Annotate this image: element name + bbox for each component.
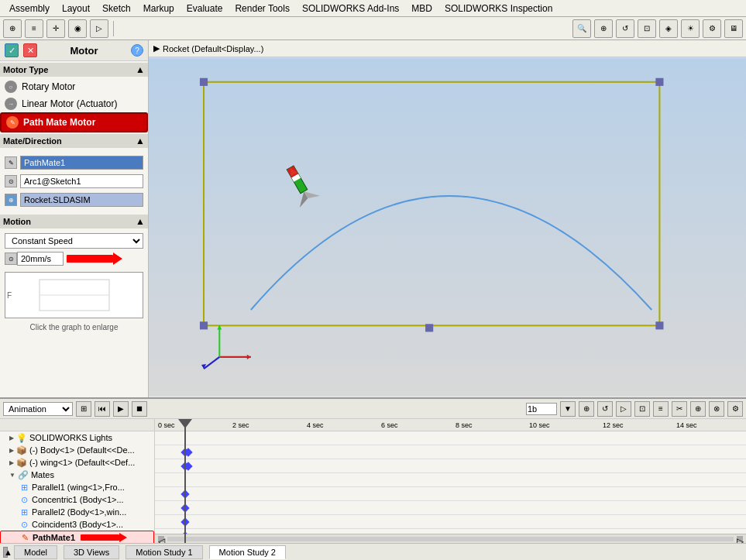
menu-markup[interactable]: Markup [137, 2, 180, 15]
tree-item-body1[interactable]: ▶ 📦 (-) Body<1> (Default<<De... [0, 444, 154, 456]
body1-icon: 📦 [16, 445, 27, 455]
tab-3dviews[interactable]: 3D Views [64, 545, 119, 559]
linear-motor-option[interactable]: → Linear Motor (Actuator) [0, 95, 148, 112]
mate-direction-collapse[interactable]: ▲ [136, 136, 145, 146]
anim-btn-r5[interactable]: ≡ [653, 401, 669, 417]
menu-sketch[interactable]: Sketch [96, 2, 137, 15]
toolbar-btn-1[interactable]: ⊕ [3, 19, 22, 38]
scroll-left[interactable]: ◁ [158, 536, 164, 542]
toolbar-settings[interactable]: ⚙ [703, 19, 721, 38]
coincident3-label: Coincident3 (Body<1>... [32, 520, 123, 529]
anim-btn-play[interactable]: ▶ [113, 401, 129, 417]
timeline-area: ▶ 💡 SOLIDWORKS Lights ▶ 📦 (-) Body<1> (D… [0, 419, 746, 543]
path-mate-motor-option[interactable]: ✎ Path Mate Motor [0, 112, 148, 132]
anim-btn-r9[interactable]: ⚙ [727, 401, 743, 417]
body1-expand[interactable]: ▶ [9, 447, 14, 454]
toolbar-btn-3[interactable]: ✛ [46, 19, 65, 38]
frame-dropdown[interactable]: ▼ [560, 401, 576, 417]
body1-label: (-) Body<1> (Default<<De... [29, 445, 135, 455]
graph-click-label[interactable]: Click the graph to enlarge [5, 323, 143, 332]
menu-layout[interactable]: Layout [56, 2, 96, 15]
svg-rect-7 [655, 321, 663, 329]
tree-item-concentric1[interactable]: ⊙ Concentric1 (Body<1>... [0, 493, 154, 506]
tree-item-wing1[interactable]: ▶ 📦 (-) wing<1> (Default<<Def... [0, 456, 154, 469]
viewport-svg [149, 57, 746, 397]
tree-item-pathmate1[interactable]: ✎ PathMate1 [0, 531, 154, 543]
anim-btn-r3[interactable]: ▷ [616, 401, 631, 417]
speed-type-select[interactable]: Constant Speed [5, 233, 143, 249]
speed-value-input[interactable] [17, 252, 64, 266]
motor-type-collapse[interactable]: ▲ [136, 64, 145, 75]
anim-btn-filter[interactable]: ⊞ [76, 401, 91, 417]
help-button[interactable]: ? [131, 44, 143, 57]
menu-addins[interactable]: SOLIDWORKS Add-Ins [296, 2, 405, 15]
motion-label: Motion [3, 217, 31, 226]
mate-direction-section[interactable]: Mate/Direction ▲ [0, 134, 148, 148]
tree-item-parallel2[interactable]: ⊞ Parallel2 (Body<1>,win... [0, 506, 154, 518]
toolbar: ⊕ ≡ ✛ ◉ ▷ 🔍 ⊕ ↺ ⊡ ◈ ☀ ⚙ 🖥 [0, 17, 746, 40]
lights-expand[interactable]: ▶ [9, 435, 14, 441]
toolbar-monitor[interactable]: 🖥 [724, 19, 743, 38]
playhead[interactable] [184, 419, 186, 543]
anim-btn-r4[interactable]: ⊡ [634, 401, 650, 417]
ruler-2sec: 2 sec [232, 421, 249, 429]
tab-model[interactable]: Model [14, 545, 57, 559]
breadcrumb-arrow: ▶ [153, 43, 160, 53]
toolbar-light[interactable]: ☀ [681, 19, 700, 38]
anim-btn-r2[interactable]: ↺ [597, 401, 613, 417]
animation-toolbar: Animation ⊞ ⏮ ▶ ⏹ ▼ ⊕ ↺ ▷ ⊡ ≡ ✂ ⊕ ⊗ ⚙ [0, 399, 746, 419]
motor-panel: ✓ ✕ Motor ? Motor Type ▲ ○ Rotary Motor … [0, 40, 149, 397]
speed-graph[interactable]: F [5, 272, 143, 318]
timeline-scrollbar[interactable]: ◁ ▷ [155, 534, 746, 543]
menu-inspection[interactable]: SOLIDWORKS Inspection [438, 2, 559, 15]
anim-btn-r6[interactable]: ✂ [672, 401, 687, 417]
motion-collapse[interactable]: ▲ [136, 216, 145, 227]
component-row: ⊕ [5, 191, 143, 208]
anim-btn-r8[interactable]: ⊗ [709, 401, 724, 417]
component-input[interactable] [20, 193, 143, 207]
arc-input[interactable] [20, 174, 143, 188]
tree-item-coincident3[interactable]: ⊙ Coincident3 (Body<1>... [0, 518, 154, 531]
motor-type-section[interactable]: Motor Type ▲ [0, 63, 148, 77]
collapse-arrow[interactable]: ▲ [3, 547, 8, 558]
anim-btn-stop[interactable]: ⏹ [132, 401, 147, 417]
linear-icon: → [5, 98, 17, 110]
svg-rect-2 [149, 58, 746, 396]
scroll-right[interactable]: ▷ [737, 536, 743, 542]
toolbar-btn-4[interactable]: ◉ [68, 19, 87, 38]
wing1-expand[interactable]: ▶ [9, 459, 14, 466]
tree-item-lights[interactable]: ▶ 💡 SOLIDWORKS Lights [0, 431, 154, 444]
menu-mbd[interactable]: MBD [405, 2, 438, 15]
menu-render-tools[interactable]: Render Tools [229, 2, 296, 15]
rotary-motor-option[interactable]: ○ Rotary Motor [0, 78, 148, 95]
toolbar-view[interactable]: ⊡ [638, 19, 656, 38]
toolbar-display[interactable]: ◈ [659, 19, 678, 38]
menu-assembly[interactable]: Assembly [3, 2, 56, 15]
toolbar-zoom[interactable]: ⊕ [594, 19, 613, 38]
tab-motion1[interactable]: Motion Study 1 [125, 545, 202, 559]
toolbar-btn-5[interactable]: ▷ [90, 19, 108, 38]
tree-item-mates[interactable]: ▼ 🔗 Mates [0, 469, 154, 481]
toolbar-btn-2[interactable]: ≡ [25, 19, 43, 38]
mate-row: ✎ [5, 154, 143, 171]
path-mate-input[interactable] [20, 156, 143, 170]
cancel-button[interactable]: ✕ [23, 43, 37, 57]
confirm-button[interactable]: ✓ [5, 43, 19, 57]
track-wing1 [155, 459, 746, 473]
track-mates [155, 473, 746, 487]
scroll-track[interactable] [167, 537, 734, 541]
anim-btn-r1[interactable]: ⊕ [579, 401, 594, 417]
anim-btn-back[interactable]: ⏮ [95, 401, 110, 417]
menu-evaluate[interactable]: Evaluate [180, 2, 229, 15]
tree-item-parallel1[interactable]: ⊞ Parallel1 (wing<1>,Fro... [0, 481, 154, 493]
anim-btn-r7[interactable]: ⊕ [690, 401, 706, 417]
mates-expand[interactable]: ▼ [9, 472, 15, 479]
toolbar-search[interactable]: 🔍 [572, 19, 591, 38]
animation-mode-select[interactable]: Animation [3, 402, 73, 416]
frame-input[interactable] [526, 403, 557, 415]
toolbar-rotate[interactable]: ↺ [616, 19, 634, 38]
menu-bar: Assembly Layout Sketch Markup Evaluate R… [0, 0, 746, 17]
viewport[interactable]: ▶ Rocket (Default<Display...) [149, 40, 746, 397]
motion-section[interactable]: Motion ▲ [0, 215, 148, 228]
tab-motion2[interactable]: Motion Study 2 [209, 545, 286, 559]
